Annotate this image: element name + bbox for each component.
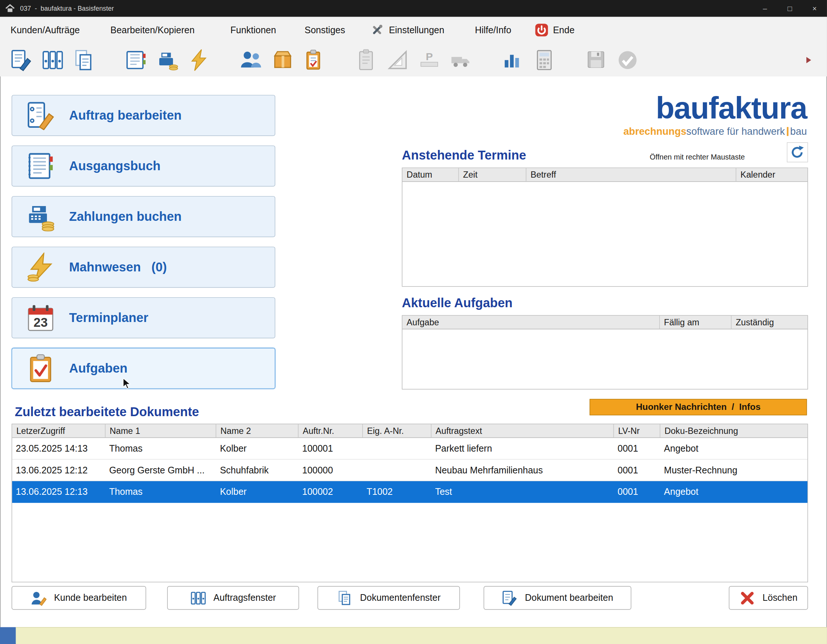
copy-documents-icon[interactable] bbox=[73, 48, 96, 72]
outgoing-book-icon[interactable] bbox=[125, 48, 148, 72]
dokumente-title: Zuletzt bearbeitete Dokumente bbox=[15, 405, 199, 420]
dokument-bearbeiten-button[interactable]: Dokument bearbeiten bbox=[484, 586, 632, 610]
column-header-auftragstext: Auftragstext bbox=[431, 424, 614, 438]
column-header-eig-anr: Eig. A-Nr. bbox=[363, 424, 432, 438]
cell: Test bbox=[431, 481, 614, 502]
cell: 0001 bbox=[614, 460, 660, 481]
refresh-icon bbox=[790, 145, 805, 160]
column-header-kalender: Kalender bbox=[736, 168, 807, 182]
binder-edit-icon bbox=[26, 101, 55, 130]
table-row[interactable]: 23.05.2025 14:13 Thomas Kolber 100001 Pa… bbox=[12, 438, 807, 460]
svg-text:P: P bbox=[426, 50, 433, 62]
termine-title: Anstehende Termine bbox=[402, 148, 526, 163]
documents-icon bbox=[337, 590, 353, 606]
minimize-button[interactable]: – bbox=[753, 0, 777, 17]
binder-icon bbox=[190, 590, 206, 606]
toolbar: P bbox=[0, 43, 827, 76]
maximize-button[interactable]: □ bbox=[777, 0, 802, 17]
close-button[interactable]: × bbox=[802, 0, 827, 17]
book-icon bbox=[26, 151, 55, 181]
table-row[interactable]: 13.06.2025 12:12 Georg Gerste GmbH ... S… bbox=[12, 460, 807, 482]
menu-sonstiges[interactable]: Sonstiges bbox=[297, 17, 353, 43]
column-header-datum: Datum bbox=[403, 168, 459, 182]
loeschen-button[interactable]: Löschen bbox=[729, 586, 808, 610]
nav-mahnwesen[interactable]: Mahnwesen (0) bbox=[11, 247, 275, 288]
delete-x-icon bbox=[740, 590, 755, 606]
document-edit-icon[interactable] bbox=[9, 48, 33, 72]
menu-kunden-auftraege[interactable]: Kunden/Aufträge bbox=[3, 17, 87, 43]
column-header-name1: Name 1 bbox=[105, 424, 216, 438]
cell: 13.06.2025 12:12 bbox=[12, 460, 106, 481]
title-bar: 037 - baufaktura - Basisfenster – □ × bbox=[0, 0, 827, 17]
column-header-auftrnr: Auftr.Nr. bbox=[299, 424, 363, 438]
statusbar bbox=[16, 627, 827, 644]
confirm-check-icon bbox=[616, 48, 639, 72]
nav-auftrag-bearbeiten[interactable]: Auftrag bearbeiten bbox=[11, 95, 275, 136]
cell: 0001 bbox=[614, 438, 660, 459]
home-icon bbox=[5, 4, 15, 13]
toolbar-overflow-icon[interactable] bbox=[806, 57, 811, 63]
cell: 0001 bbox=[614, 481, 660, 502]
document-edit-icon bbox=[502, 590, 518, 606]
cell: Angebot bbox=[660, 438, 807, 459]
nav-terminplaner[interactable]: 23 Terminplaner bbox=[11, 297, 275, 338]
menu-hilfe-info[interactable]: Hilfe/Info bbox=[467, 17, 519, 43]
cell: Schuhfabrik bbox=[216, 460, 299, 481]
column-header-name2: Name 2 bbox=[216, 424, 299, 438]
statistics-chart-icon[interactable] bbox=[501, 48, 524, 72]
menu-einstellungen[interactable]: Einstellungen bbox=[363, 17, 452, 43]
calculator-icon[interactable] bbox=[532, 48, 556, 72]
nav-zahlungen-buchen[interactable]: Zahlungen buchen bbox=[11, 196, 275, 237]
column-header-letzerzugriff: LetzerZugriff bbox=[12, 424, 106, 438]
cell: 100001 bbox=[299, 438, 363, 459]
nav-label: Zahlungen buchen bbox=[69, 209, 181, 224]
aufgaben-header: Aufgabe Fällig am Zuständig bbox=[403, 316, 807, 330]
cell: Angebot bbox=[660, 481, 807, 502]
dokumente-header: LetzerZugriff Name 1 Name 2 Auftr.Nr. Ei… bbox=[12, 424, 807, 438]
column-header-aufgabe: Aufgabe bbox=[403, 316, 660, 330]
clipboard-check-icon bbox=[26, 354, 55, 383]
setsquare-disabled-icon bbox=[386, 48, 409, 72]
nav-ausgangsbuch[interactable]: Ausgangsbuch bbox=[11, 146, 275, 187]
menu-funktionen[interactable]: Funktionen bbox=[223, 17, 284, 43]
svg-text:23: 23 bbox=[34, 315, 48, 330]
material-package-icon[interactable] bbox=[271, 48, 295, 72]
cell: Georg Gerste GmbH ... bbox=[105, 460, 216, 481]
aufgaben-table: Aufgabe Fällig am Zuständig bbox=[402, 315, 808, 389]
column-header-faellig-am: Fällig am bbox=[660, 316, 731, 330]
nav-label: Aufgaben bbox=[69, 361, 128, 376]
table-row-selected[interactable]: 13.06.2025 12:13 Thomas Kolber 100002 T1… bbox=[12, 481, 807, 503]
menu-ende[interactable]: Ende bbox=[527, 17, 582, 43]
power-icon bbox=[534, 23, 548, 37]
menu-bar: Kunden/Aufträge Bearbeiten/Kopieren Funk… bbox=[0, 17, 827, 43]
cell: Parkett liefern bbox=[431, 438, 614, 459]
nav-label: Terminplaner bbox=[69, 311, 148, 325]
cell: Muster-Rechnung bbox=[660, 460, 807, 481]
reminder-lightning-icon[interactable] bbox=[188, 48, 211, 72]
kunde-bearbeiten-button[interactable]: Kunde bearbeiten bbox=[11, 586, 146, 610]
huonker-nachrichten-button[interactable]: Huonker Nachrichten / Infos bbox=[590, 399, 807, 415]
menu-bearbeiten-kopieren[interactable]: Bearbeiten/Kopieren bbox=[103, 17, 202, 43]
plan-disabled-icon: P bbox=[418, 48, 441, 72]
column-header-zustaendig: Zuständig bbox=[732, 316, 808, 330]
nav-aufgaben[interactable]: Aufgaben bbox=[11, 348, 275, 389]
statusbar-accent bbox=[0, 627, 16, 644]
refresh-button[interactable] bbox=[787, 142, 808, 162]
cell: 23.05.2025 14:13 bbox=[12, 438, 106, 459]
cell: 13.06.2025 12:13 bbox=[12, 481, 106, 502]
cell: Thomas bbox=[105, 481, 216, 502]
cell: Kolber bbox=[216, 438, 299, 459]
cell: 100002 bbox=[299, 481, 363, 502]
save-icon bbox=[584, 48, 607, 72]
cell: T1002 bbox=[363, 481, 432, 502]
logo-wordmark: baufaktura bbox=[623, 93, 807, 123]
tasks-clipboard-icon[interactable] bbox=[303, 48, 326, 72]
auftragsfenster-button[interactable]: Auftragsfenster bbox=[167, 586, 299, 610]
customers-icon[interactable] bbox=[239, 48, 263, 72]
order-binder-icon[interactable] bbox=[41, 48, 64, 72]
nav-label: Ausgangsbuch bbox=[69, 159, 161, 174]
dokumentenfenster-button[interactable]: Dokumentenfenster bbox=[317, 586, 460, 610]
cash-register-icon[interactable] bbox=[156, 48, 179, 72]
brand-logo: baufaktura abrechnungssoftware für handw… bbox=[623, 93, 807, 137]
main-nav: Auftrag bearbeiten Ausgangsbuch Zahlunge… bbox=[11, 95, 275, 389]
